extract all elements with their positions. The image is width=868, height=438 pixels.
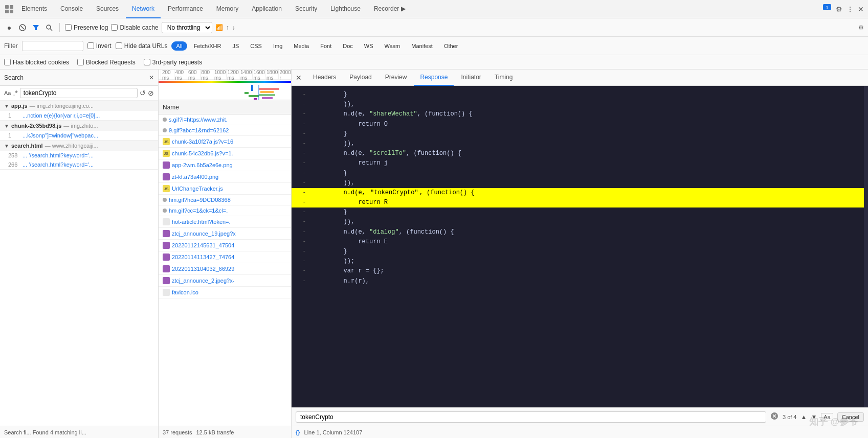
tab-headers[interactable]: Headers	[307, 70, 342, 86]
refresh-search-icon[interactable]: ↺	[140, 89, 146, 97]
filter-chip-css[interactable]: CSS	[246, 41, 266, 51]
search-group-searchhtml-header[interactable]: ▼ search.html — www.zhitongcaiji...	[0, 141, 158, 151]
filter-chip-all[interactable]: All	[171, 41, 187, 51]
main-content: Search ✕ Aa .* ↺ ⊘ ▼ app.js — img.zhiton…	[0, 70, 868, 438]
tab-sources[interactable]: Sources	[90, 0, 125, 18]
request-item-ztkf[interactable]: zt-kf.a73a4f00.png	[159, 171, 291, 183]
settings-icon[interactable]: ⚙	[836, 5, 842, 13]
filter-input[interactable]	[22, 41, 83, 51]
filter-chip-img[interactable]: Img	[269, 41, 287, 51]
stop-button[interactable]	[17, 22, 28, 33]
tab-application[interactable]: Application	[246, 0, 288, 18]
req-name: ztcj_announce_2.jpeg?x-	[172, 278, 234, 284]
prev-match-icon[interactable]: ▲	[801, 413, 807, 421]
request-item-20220113[interactable]: 20220113104032_66929	[159, 263, 291, 275]
tab-payload[interactable]: Payload	[343, 70, 377, 86]
search-group-appjs-title: app.js	[11, 103, 28, 109]
close-response-panel[interactable]: ✕	[294, 73, 304, 83]
request-item-ztcj19[interactable]: ztcj_announce_19.jpeg?x	[159, 228, 291, 240]
req-icon-png	[163, 162, 170, 169]
checkbox-row: Has blocked cookies Blocked Requests 3rd…	[0, 55, 868, 70]
bottom-search-input[interactable]	[296, 411, 766, 423]
request-item-hmgif-cc[interactable]: hm.gif?cc=1&ck=1&cl=.	[159, 205, 291, 216]
svg-text:1: 1	[826, 5, 828, 10]
search-result-chunk-1[interactable]: 1 ...kJsonp"]=window["webpac...	[0, 131, 158, 140]
req-icon-img	[163, 277, 170, 284]
preserve-log-checkbox[interactable]: Preserve log	[65, 24, 108, 31]
filter-chips: All Fetch/XHR JS CSS Img Media Font Doc …	[171, 41, 462, 51]
match-case-btn[interactable]: Aa	[821, 413, 833, 421]
tab-lighthouse[interactable]: Lighthouse	[324, 0, 367, 18]
record-button[interactable]: ●	[4, 22, 14, 33]
close-search-icon[interactable]: ✕	[149, 74, 154, 81]
search-result-line: 1	[8, 112, 20, 119]
cancel-search-button[interactable]: Cancel	[837, 412, 864, 422]
req-name: s.gif?l=https://www.zhit.	[169, 117, 228, 123]
request-item-chunk54[interactable]: JS chunk-54c32db6.js?v=1.	[159, 148, 291, 159]
has-blocked-cookies-checkbox[interactable]: Has blocked cookies	[4, 59, 69, 66]
search-result-appjs-1[interactable]: 1 ...nction e(e){for(var r,i,o=e[0]...	[0, 111, 158, 120]
search-group-chunk-header[interactable]: ▼ chunk-2e35bd98.js — img.zhito...	[0, 121, 158, 131]
filter-button[interactable]	[31, 22, 41, 33]
tab-console[interactable]: Console	[54, 0, 89, 18]
tab-elements[interactable]: Elements	[15, 0, 53, 18]
filter-chip-wasm[interactable]: Wasm	[380, 41, 405, 51]
next-match-icon[interactable]: ▼	[811, 413, 817, 421]
request-item-ztcj2[interactable]: ztcj_announce_2.jpeg?x-	[159, 275, 291, 287]
throttle-select[interactable]: No throttling	[162, 22, 212, 33]
filter-chip-js[interactable]: JS	[228, 41, 243, 51]
blocked-requests-checkbox[interactable]: Blocked Requests	[77, 59, 136, 66]
more-icon[interactable]: ⋮	[847, 5, 854, 13]
search-panel-input[interactable]	[20, 88, 138, 98]
disable-cache-checkbox[interactable]: Disable cache	[111, 24, 158, 31]
third-party-checkbox[interactable]: 3rd-party requests	[144, 59, 202, 66]
tab-recorder[interactable]: Recorder ▶	[368, 0, 412, 18]
request-item-chunk3a[interactable]: JS chunk-3a10f27a.js?v=16	[159, 136, 291, 148]
tab-performance[interactable]: Performance	[162, 0, 209, 18]
filter-chip-manifest[interactable]: Manifest	[407, 41, 437, 51]
request-item-20220112[interactable]: 20220112145631_47504	[159, 240, 291, 251]
filter-chip-doc[interactable]: Doc	[338, 41, 358, 51]
requests-name-header: Name	[163, 104, 179, 111]
tab-preview[interactable]: Preview	[379, 70, 413, 86]
request-item-hotarticle[interactable]: hot-article.html?token=.	[159, 216, 291, 228]
close-devtools-icon[interactable]: ✕	[858, 5, 864, 13]
request-item-app2wm[interactable]: app-2wm.6b5a2e6e.png	[159, 159, 291, 171]
requests-transfer: 12.5 kB transfe	[196, 429, 234, 435]
request-item-urlchangetracker[interactable]: JS UrlChangeTracker.js	[159, 183, 291, 195]
chat-icon[interactable]: 1	[822, 4, 832, 14]
req-icon-js: JS	[163, 150, 170, 157]
tab-security[interactable]: Security	[289, 0, 323, 18]
search-group-appjs-header[interactable]: ▼ app.js — img.zhitongcaijing.co...	[0, 101, 158, 111]
download-icon[interactable]: ↓	[232, 24, 235, 31]
tab-memory[interactable]: Memory	[210, 0, 244, 18]
request-item-20220114[interactable]: 20220114113427_74764	[159, 251, 291, 263]
tab-initiator[interactable]: Initiator	[455, 70, 487, 86]
request-item-favicon[interactable]: favicon.ico	[159, 287, 291, 298]
request-item-sgif[interactable]: s.gif?l=https://www.zhit.	[159, 114, 291, 125]
tab-timing[interactable]: Timing	[488, 70, 519, 86]
search-button[interactable]	[44, 22, 54, 33]
filter-chip-font[interactable]: Font	[316, 41, 336, 51]
search-result-searchhtml-2[interactable]: 266 ... '/search.html?keyword='...	[0, 160, 158, 169]
filter-chip-ws[interactable]: WS	[360, 41, 378, 51]
code-viewer[interactable]: - } - )), - n.d(e, "shareWechat", (funct…	[292, 86, 868, 407]
tab-response[interactable]: Response	[414, 70, 454, 86]
req-icon-img	[163, 242, 170, 249]
request-item-hmgif-hca[interactable]: hm.gif?hca=9DCD08368	[159, 195, 291, 205]
upload-icon[interactable]: ↑	[226, 24, 229, 31]
filter-chip-fetchxhr[interactable]: Fetch/XHR	[189, 41, 226, 51]
search-result-searchhtml-1[interactable]: 258 ... '/search.html?keyword='...	[0, 151, 158, 160]
request-item-9gif[interactable]: 9.gif?abc=1&rnd=62162	[159, 125, 291, 136]
tab-network[interactable]: Network	[126, 0, 161, 18]
response-tabs: ✕ Headers Payload Preview Response Initi…	[292, 70, 868, 86]
invert-checkbox[interactable]: Invert	[87, 42, 112, 50]
network-settings-icon[interactable]: ⚙	[858, 24, 864, 31]
filter-chip-other[interactable]: Other	[439, 41, 463, 51]
requests-list[interactable]: s.gif?l=https://www.zhit. 9.gif?abc=1&rn…	[159, 114, 291, 426]
clear-search-bottom-icon[interactable]	[770, 412, 778, 422]
filter-chip-media[interactable]: Media	[289, 41, 314, 51]
ruler-1800: 1800 ms	[265, 70, 278, 79]
hide-data-urls-checkbox[interactable]: Hide data URLs	[116, 42, 168, 50]
clear-search-icon[interactable]: ⊘	[148, 89, 154, 97]
